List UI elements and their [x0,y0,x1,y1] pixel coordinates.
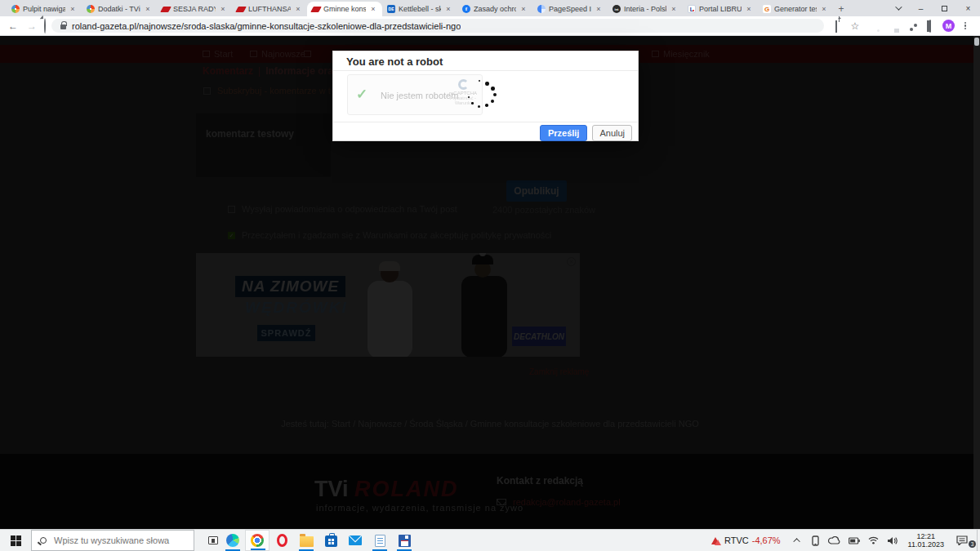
cloud-onedrive-icon[interactable] [828,536,840,544]
tab-close-icon[interactable]: × [820,5,828,13]
tab-generator[interactable]: G Generator testó × [758,2,833,16]
tab-pagespeed[interactable]: PageSpeed Insi × [532,2,608,16]
nav-item-start[interactable]: Start [203,45,233,63]
footer-email[interactable]: redakcja@roland-gazeta.pl [513,497,621,507]
ad-person-light [359,264,422,357]
taskbar-edge[interactable] [220,530,245,551]
site-footer: TVi ROLAND informacje, wydarzenia, trans… [0,454,980,529]
chevron-down-icon [895,3,902,10]
side-panel-button[interactable] [924,20,937,32]
battery-icon[interactable] [849,537,860,544]
gazeta-brush-icon [310,7,322,12]
ad-cta-button[interactable]: SPRAWDŹ [257,325,315,341]
footer-logo: TVi ROLAND [314,477,459,502]
wifi-icon[interactable] [868,536,879,544]
profile-avatar[interactable]: M [942,20,955,32]
clock-date: 11.01.2023 [908,540,944,549]
subscribe-checkbox[interactable] [203,87,211,95]
tab-librus[interactable]: L Portal LIBRUS × [683,2,758,16]
tab-close-icon[interactable]: × [294,5,302,13]
taskbar-save-app[interactable] [392,530,416,551]
publish-button[interactable]: Opublikuj [506,180,567,202]
notify-checkbox[interactable] [228,206,235,213]
footer-contact-heading: Kontakt z redakcją [497,475,583,487]
submit-button[interactable]: Prześlij [540,125,588,141]
nav-icon [304,51,311,57]
page-scrollbar[interactable] [973,36,980,529]
share-button[interactable] [830,20,843,32]
tab-title: Pulpit nawigacy [23,5,65,13]
new-tab-button[interactable]: + [833,2,849,16]
window-maximize-button[interactable] [933,0,956,16]
ad-headline-2: WĘDRÓWKI [245,299,348,317]
ticker-name: RTVC [724,535,749,545]
taskbar-search[interactable] [31,530,194,551]
tab-komentarz[interactable]: Komentarz [203,65,253,77]
taskbar-explorer[interactable] [294,530,318,551]
back-button[interactable]: ← [7,20,20,32]
tab-close-icon[interactable]: × [519,5,528,13]
taskbar-opera[interactable] [270,530,294,551]
tab-dodatki[interactable]: Dodatki - TVi R × [82,2,157,16]
tab-lufthansa[interactable]: LUFTHANSA I G × [232,2,307,16]
phone-icon[interactable] [811,535,820,546]
tray-clock[interactable]: 12:21 11.01.2023 [908,532,944,549]
tab-close-icon[interactable]: × [69,5,77,13]
nav-item-miesiecznik[interactable]: Miesięcznik [652,45,710,63]
tab-close-icon[interactable]: × [745,5,753,13]
search-input[interactable] [54,535,185,545]
tab-close-icon[interactable]: × [670,5,678,13]
scrollbar-thumb[interactable] [974,38,979,46]
tab-close-icon[interactable]: × [369,5,377,13]
chrome-icon [251,534,264,547]
checkmark-icon: ✓ [356,86,368,103]
notification-icon [956,535,968,545]
tab-close-icon[interactable]: × [219,5,227,13]
nav-item-najnowsze[interactable]: Najnowsze [250,45,305,63]
tab-title: Kettlebell - skle [399,5,441,13]
start-button[interactable] [0,530,31,551]
taskbar-mail[interactable] [343,530,368,551]
bookmark-button[interactable]: ☆ [849,20,862,32]
mail-icon [349,535,362,545]
tab-close-icon[interactable]: × [444,5,452,13]
logo-tvi: TVi [314,477,349,501]
nav-label: Najnowsze [261,49,305,59]
tab-sesja[interactable]: SESJA RADY GM × [157,2,232,16]
tab-pulpit[interactable]: Pulpit nawigacy × [7,2,82,16]
side-panel-icon [929,20,931,33]
ad-close-icon[interactable]: × [567,257,576,266]
reload-button[interactable] [44,19,46,33]
tab-interia[interactable]: int Interia - Polska × [608,2,683,16]
comment-input-area[interactable]: komentarz testowy [196,113,331,177]
browser-tab-strip: Pulpit nawigacy × Dodatki - TVi R × SESJ… [0,0,980,16]
window-close-button[interactable]: × [956,0,980,16]
window-minimize-button[interactable]: – [909,0,933,16]
logo-roland: ROLAND [354,477,459,501]
taskbar-store[interactable] [318,530,343,551]
ad-banner[interactable]: NA ZIMOWE WĘDRÓWKI SPRAWDŹ DECATHLON × [196,253,580,357]
window-controls: – × [885,0,980,16]
tab-close-icon[interactable]: × [595,5,603,13]
lock-icon [60,24,66,29]
browser-menu-button[interactable] [960,22,973,30]
tray-expand-icon[interactable] [793,538,800,544]
cancel-button[interactable]: Anuluj [592,125,632,141]
speaker-icon[interactable] [887,536,898,545]
show-desktop-button[interactable] [977,530,980,551]
terms-checkbox-checked[interactable]: ✓ [228,232,235,239]
forward-button[interactable]: → [25,20,38,32]
ad-close-link[interactable]: Zamknij reklamę [529,367,589,376]
taskbar-notepad[interactable] [368,530,392,551]
tab-close-icon[interactable]: × [144,5,152,13]
taskbar-chrome[interactable] [245,530,270,551]
tab-search-chevron-button[interactable] [885,0,909,16]
address-bar[interactable]: roland-gazeta.pl/najnowsze/sroda-slaska/… [51,19,824,33]
action-center-button[interactable]: 3 [952,535,972,545]
nav-item-partial[interactable] [304,45,311,63]
tab-gminne-active[interactable]: Gminne konsult × [307,2,382,16]
terms-label: Przeczytałem i zgadzam się z Warunkami o… [242,230,551,240]
tab-zasady[interactable]: f Zasady ochrony × [457,2,532,16]
home-icon [203,51,210,57]
tab-kettlebell[interactable]: DE Kettlebell - skle × [382,2,457,16]
